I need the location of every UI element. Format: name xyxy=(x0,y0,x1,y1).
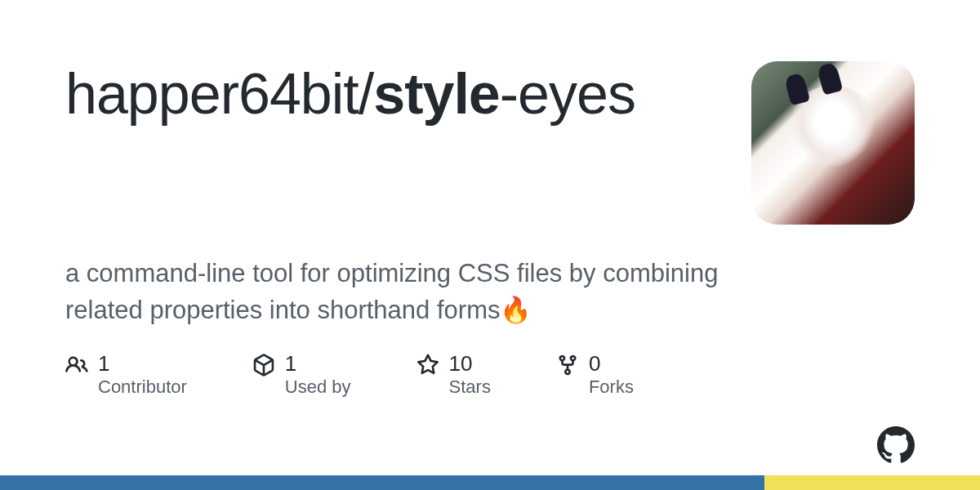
language-secondary xyxy=(764,475,980,490)
repo-name-rest: -eyes xyxy=(500,62,635,126)
stats-row: 1 Contributor 1 Used by 10 Stars 0 Forks xyxy=(65,352,915,399)
avatar xyxy=(751,61,915,225)
forks-value: 0 xyxy=(589,352,634,376)
contributors-label: Contributor xyxy=(98,376,187,398)
contributors-value: 1 xyxy=(98,352,187,376)
stat-content: 1 Used by xyxy=(285,352,351,399)
stars-label: Stars xyxy=(449,376,491,398)
package-icon xyxy=(252,354,275,376)
stat-content: 10 Stars xyxy=(449,352,491,399)
stat-used-by: 1 Used by xyxy=(252,352,351,399)
stars-value: 10 xyxy=(449,352,491,376)
slash: / xyxy=(359,62,373,126)
repo-title: happer64bit/style-eyes xyxy=(65,61,635,127)
stat-stars: 10 Stars xyxy=(416,352,491,399)
used-by-value: 1 xyxy=(285,352,351,376)
github-icon xyxy=(877,426,915,464)
people-icon xyxy=(65,354,88,376)
stat-forks: 0 Forks xyxy=(556,352,634,399)
stat-content: 0 Forks xyxy=(589,352,634,399)
title-row: happer64bit/style-eyes xyxy=(65,61,915,225)
repo-description: a command-line tool for optimizing CSS f… xyxy=(65,256,735,329)
language-bar xyxy=(0,475,980,490)
used-by-label: Used by xyxy=(285,376,351,398)
fork-icon xyxy=(556,354,579,376)
repo-name-bold: style xyxy=(373,62,500,126)
repo-card: happer64bit/style-eyes a command-line to… xyxy=(0,0,980,490)
stat-content: 1 Contributor xyxy=(98,352,187,399)
star-icon xyxy=(416,354,439,376)
stat-contributors: 1 Contributor xyxy=(65,352,187,399)
owner-name: happer64bit xyxy=(65,62,359,126)
forks-label: Forks xyxy=(589,376,634,398)
language-primary xyxy=(0,475,764,490)
